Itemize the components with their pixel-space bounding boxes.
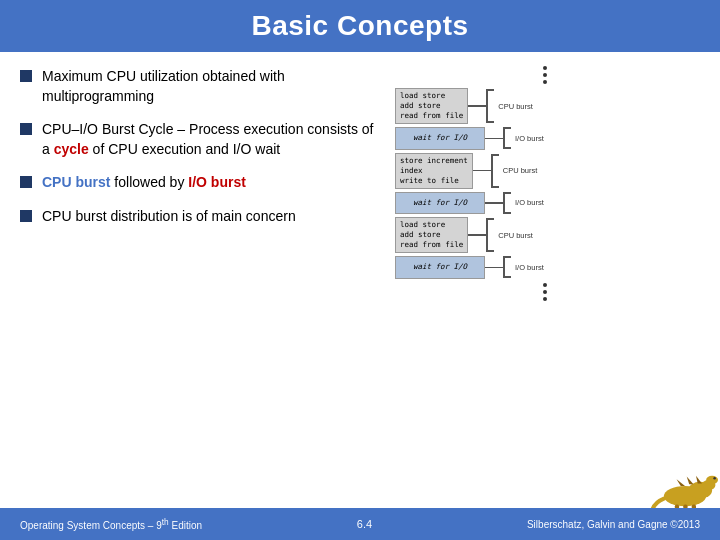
dino-decoration (650, 458, 710, 508)
io-block-2: wait for I/O (395, 192, 485, 214)
list-item: CPU burst distribution is of main concer… (20, 207, 380, 227)
brace-5 (486, 218, 494, 252)
bullet-text-1: Maximum CPU utilization obtained with mu… (42, 67, 380, 106)
svg-marker-8 (677, 479, 685, 486)
diagram-row-io2: wait for I/O I/O burst (395, 192, 700, 214)
segment-label-2: I/O burst (515, 134, 544, 143)
footer-left: Operating System Concepts – 9th Edition (20, 517, 202, 531)
bullet-text-4: CPU burst distribution is of main concer… (42, 207, 296, 227)
brace-2 (503, 127, 511, 149)
svg-point-3 (706, 476, 718, 484)
dots-bottom (543, 279, 547, 305)
brace-1 (486, 89, 494, 123)
diagram-row-cpu1: load storeadd storeread from file CPU bu… (395, 88, 700, 124)
footer-center: 6.4 (357, 518, 372, 530)
diagram-row-cpu2: store incrementindexwrite to file CPU bu… (395, 153, 700, 189)
connector-line (485, 267, 503, 269)
list-item: Maximum CPU utilization obtained with mu… (20, 67, 380, 106)
cpu-block-1: load storeadd storeread from file (395, 88, 468, 124)
list-item: CPU burst followed by I/O burst (20, 173, 380, 193)
diagram-row-io3: wait for I/O I/O burst (395, 256, 700, 278)
connector-line (485, 138, 503, 140)
brace-3 (491, 154, 499, 188)
bullet-icon (20, 123, 32, 135)
list-item: CPU–I/O Burst Cycle – Process execution … (20, 120, 380, 159)
segment-label-6: I/O burst (515, 263, 544, 272)
diagram-row-io1: wait for I/O I/O burst (395, 127, 700, 149)
title-bar: Basic Concepts (0, 0, 720, 50)
bullet-icon (20, 70, 32, 82)
connector-line (468, 105, 486, 107)
io-block-3: wait for I/O (395, 256, 485, 278)
segment-label-3: CPU burst (503, 166, 538, 175)
bullet-text-3: CPU burst followed by I/O burst (42, 173, 246, 193)
right-panel: load storeadd storeread from file CPU bu… (390, 62, 700, 472)
connector-line (473, 170, 491, 172)
segment-label-5: CPU burst (498, 231, 533, 240)
bullet-icon (20, 176, 32, 188)
brace-4 (503, 192, 511, 214)
footer-right: Silberschatz, Galvin and Gagne ©2013 (527, 519, 700, 530)
svg-marker-9 (687, 477, 694, 485)
connector-line (485, 202, 503, 204)
cpu-block-3: load storeadd storeread from file (395, 217, 468, 253)
page-title: Basic Concepts (20, 10, 700, 42)
connector-line (468, 234, 486, 236)
diagram-row-cpu3: load storeadd storeread from file CPU bu… (395, 217, 700, 253)
highlight-cpu: CPU burst (42, 174, 110, 190)
bullet-icon (20, 210, 32, 222)
segment-label-1: CPU burst (498, 102, 533, 111)
footer: Operating System Concepts – 9th Edition … (0, 508, 720, 540)
io-block-1: wait for I/O (395, 127, 485, 149)
cpu-block-2: store incrementindexwrite to file (395, 153, 473, 189)
segment-label-4: I/O burst (515, 198, 544, 207)
diagram-section: load storeadd storeread from file CPU bu… (390, 88, 700, 279)
svg-point-4 (713, 477, 716, 480)
slide: Basic Concepts Maximum CPU utilization o… (0, 0, 720, 540)
dots-top (543, 62, 547, 88)
highlight-cycle: cycle (54, 141, 89, 157)
highlight-io: I/O burst (188, 174, 246, 190)
brace-6 (503, 256, 511, 278)
content-area: Maximum CPU utilization obtained with mu… (0, 52, 720, 472)
left-panel: Maximum CPU utilization obtained with mu… (20, 62, 390, 472)
bullet-text-2: CPU–I/O Burst Cycle – Process execution … (42, 120, 380, 159)
